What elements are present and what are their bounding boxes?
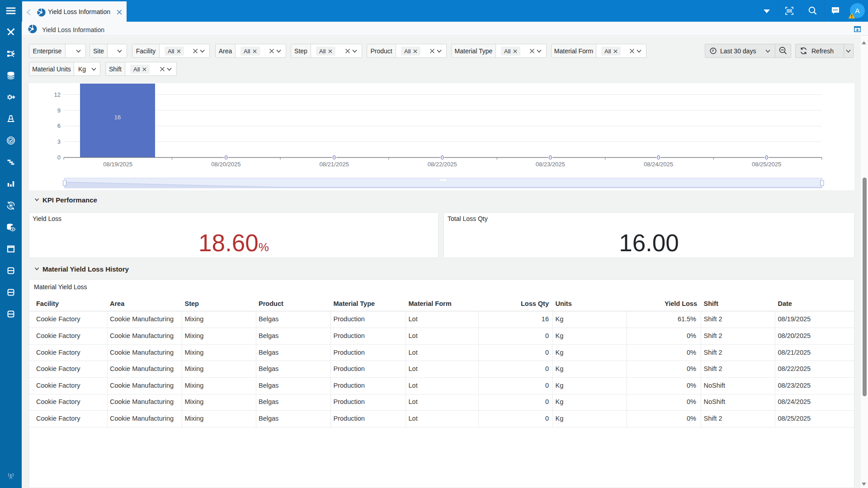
- svg-text:08/21/2025: 08/21/2025: [320, 161, 349, 168]
- svg-text:0: 0: [549, 154, 552, 161]
- svg-text:3: 3: [57, 138, 61, 145]
- svg-text:12: 12: [54, 91, 61, 98]
- svg-text:16: 16: [114, 114, 121, 121]
- svg-text:0: 0: [57, 154, 61, 161]
- svg-text:0: 0: [657, 154, 660, 161]
- svg-text:0: 0: [765, 154, 769, 161]
- svg-text:0: 0: [224, 154, 228, 161]
- svg-text:0: 0: [332, 154, 336, 161]
- svg-text:08/25/2025: 08/25/2025: [752, 161, 781, 168]
- svg-text:08/20/2025: 08/20/2025: [211, 161, 241, 168]
- svg-text:9: 9: [57, 107, 61, 114]
- svg-text:6: 6: [57, 122, 61, 129]
- svg-text:08/19/2025: 08/19/2025: [103, 161, 132, 168]
- svg-text:08/23/2025: 08/23/2025: [536, 161, 565, 168]
- svg-text:0: 0: [440, 154, 444, 161]
- svg-text:08/24/2025: 08/24/2025: [644, 161, 673, 168]
- svg-text:08/22/2025: 08/22/2025: [428, 161, 457, 168]
